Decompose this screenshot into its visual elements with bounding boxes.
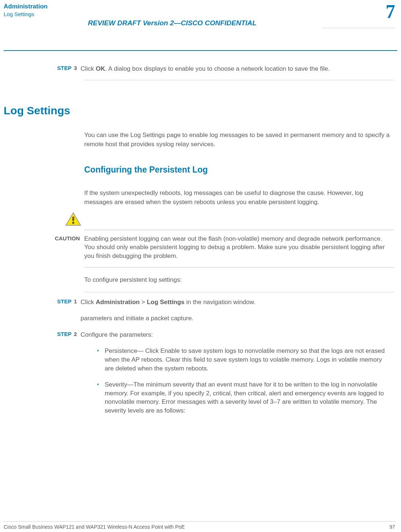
step3-post: . A dialog box displays to enable you to…: [105, 65, 330, 72]
paragraph-2: To configure persistent log settings:: [84, 276, 397, 285]
chapter-divider: [322, 28, 395, 28]
bullet-severity: • Severity—The minimum severity that an …: [97, 380, 386, 415]
page-header: Administration Log Settings REVIEW DRAFT…: [0, 0, 401, 17]
step-1-block: STEP 1 Click Administration > Log Settin…: [4, 298, 397, 323]
caution-label-col: CAUTION: [4, 234, 84, 261]
heading-persistent-log: Configuring the Persistent Log: [84, 165, 397, 175]
s1-bold1: Administration: [96, 299, 140, 306]
footer-left: Cisco Small Business WAP121 and WAP321 W…: [4, 524, 185, 530]
page-footer: Cisco Small Business WAP121 and WAP321 W…: [4, 521, 395, 530]
step-3-body: Click OK. A dialog box displays to enabl…: [81, 65, 394, 73]
header-title: Administration: [4, 3, 397, 10]
content-area: STEP 3 Click OK. A dialog box displays t…: [0, 65, 401, 415]
b1-bold: Persistence: [105, 347, 137, 354]
b2-bold: Severity: [105, 381, 127, 388]
step-3-label: STEP 3: [4, 65, 81, 73]
divider: [84, 292, 394, 292]
bullet-2-text: Severity—The minimum severity that an ev…: [105, 380, 386, 415]
caution-block: CAUTION Enabling persistent logging can …: [4, 234, 397, 261]
b2-post: —The minimum severity that an event must…: [105, 381, 384, 414]
chapter-number: 7: [386, 1, 395, 22]
bullet-dot-icon: •: [97, 348, 99, 373]
svg-rect-1: [73, 217, 74, 221]
page-divider: [4, 50, 397, 51]
step-1-body: Click Administration > Log Settings in t…: [81, 298, 394, 323]
intro-pre: You can use the: [84, 132, 130, 138]
b1-bold2: Enable: [160, 347, 180, 354]
step3-bold: OK: [96, 65, 105, 72]
caution-text: Enabling persistent logging can wear out…: [84, 234, 397, 261]
step-1-label: STEP 1: [4, 298, 81, 323]
step-number: 2: [74, 331, 77, 337]
divider: [84, 80, 394, 80]
caution-divider-top: [84, 230, 394, 230]
bullet-persistence: • Persistence— Click Enable to save syst…: [97, 347, 386, 373]
intro-bold: Log Settings: [130, 132, 165, 138]
caution-divider-bottom: [84, 267, 394, 267]
step-number: 3: [74, 65, 77, 71]
step3-pre: Click: [81, 65, 96, 72]
step-2-label: STEP 2: [4, 331, 81, 339]
s1-post: in the navigation window.: [185, 299, 256, 306]
b1-dash: — Click: [137, 347, 160, 354]
step-word: STEP: [57, 331, 71, 337]
s1-line2: parameters and initiate a packet capture…: [81, 314, 394, 323]
bullet-list: • Persistence— Click Enable to save syst…: [97, 347, 397, 415]
s1-mid: >: [140, 299, 147, 306]
step-word: STEP: [57, 298, 71, 304]
footer-page-number: 97: [389, 524, 395, 530]
step-2-body: Configure the parameters:: [81, 331, 394, 339]
chapter-badge: 7: [386, 2, 395, 21]
step-2-block: STEP 2 Configure the parameters:: [4, 331, 397, 339]
bullet-dot-icon: •: [97, 381, 99, 415]
s1-bold2: Log Settings: [147, 299, 185, 306]
step-word: STEP: [57, 65, 71, 71]
step-number: 1: [74, 298, 77, 304]
paragraph-1: If the system unexpectedly reboots, log …: [84, 189, 397, 207]
caution-icon: [65, 212, 81, 228]
header-subtitle: Log Settings: [4, 11, 397, 17]
review-draft-banner: REVIEW DRAFT Version 2—CISCO CONFIDENTIA…: [88, 19, 257, 27]
svg-point-2: [72, 222, 74, 224]
heading-log-settings: Log Settings: [4, 104, 397, 117]
bullet-1-text: Persistence— Click Enable to save system…: [105, 347, 386, 373]
intro-paragraph: You can use the Log Settings page to ena…: [84, 131, 397, 149]
caution-label: CAUTION: [4, 234, 80, 241]
step-3-block: STEP 3 Click OK. A dialog box displays t…: [4, 65, 397, 73]
s1-pre: Click: [81, 299, 96, 306]
